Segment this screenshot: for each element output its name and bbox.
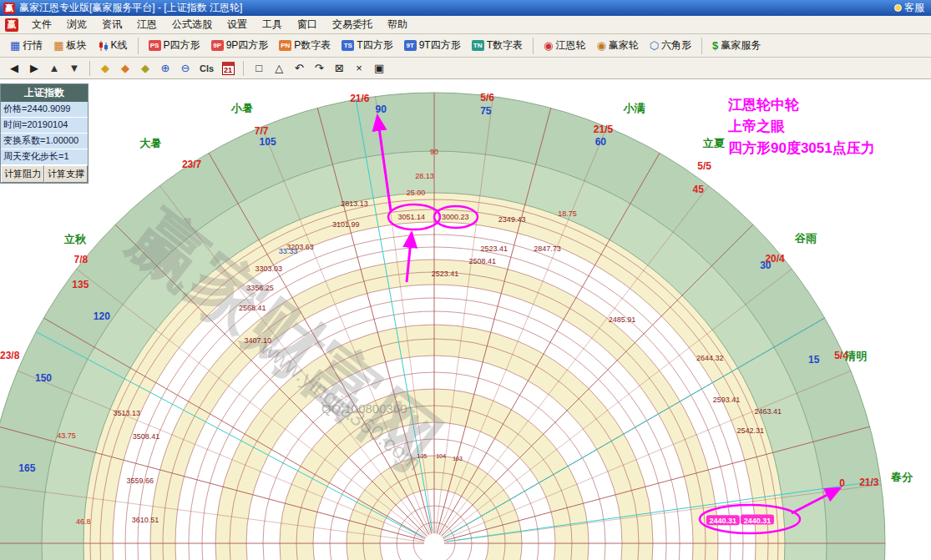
rotate-left-tool[interactable]: ↶ [290,60,308,77]
highlight-chip-value: 2440.31 [710,517,737,525]
gann-wheel-button[interactable]: ◉江恩轮 [539,36,590,55]
price-label: 2485.91 [609,315,636,324]
menu-item-浏览[interactable]: 浏览 [59,17,94,32]
diamond-orange-tool[interactable]: ◆ [116,60,134,77]
pointer-up-tool[interactable]: ▲ [45,60,63,77]
customer-service-link[interactable]: 客服 [894,1,924,15]
price-label: 3610.51 [132,516,159,524]
calc-support-button[interactable]: 计算支撑 [44,165,88,183]
forward-button[interactable]: ▶ [25,60,43,77]
angle-label: 135 [72,279,89,290]
sectors-button-label: 板块 [67,38,87,53]
menu-item-工具[interactable]: 工具 [255,17,290,32]
p-number-table-button[interactable]: PNP数字表 [274,36,336,55]
calendar-21-button[interactable]: 21 [219,60,237,77]
panel-row-0: 价格=2440.9099 [1,102,88,118]
diamond-olive-tool[interactable]: ◆ [136,60,154,77]
menu-item-文件[interactable]: 文件 [24,17,59,32]
highlight-chip-value: 2440.31 [744,517,772,525]
menu-item-江恩[interactable]: 江恩 [129,17,164,32]
drawbar-separator [89,61,90,76]
gann-wheel-button-icon: ◉ [544,40,553,51]
solar-term-label: 立夏 [702,137,726,149]
t-number-table-button-icon: TN [472,40,484,51]
clear-button[interactable]: Cls [196,60,217,77]
rotate-right-tool[interactable]: ↷ [310,60,328,77]
chart-area: 赢家财富网www.yingjia360.comQQ:1008003602813.… [0,79,931,560]
magenta-annotation: 江恩轮中轮 上帝之眼 四方形90度3051点压力 [728,94,875,159]
sectors-button-icon: ▦ [53,40,63,51]
zoom-in-button[interactable]: ⊕ [156,60,175,77]
back-button[interactable]: ◀ [5,60,23,77]
panel-buttons: 计算阻力计算支撑 [1,165,88,183]
solar-term-label: 谷雨 [794,232,817,245]
winner-wheel-button-label: 赢家轮 [609,38,639,53]
kline-button[interactable]: K线 [93,36,133,55]
9p-square-button[interactable]: 9P9P四方形 [206,36,274,55]
quotes-button[interactable]: ▦行情 [5,36,48,55]
inner-number-label: 104 [436,453,446,459]
menu-item-设置[interactable]: 设置 [220,17,255,32]
winner-service-button[interactable]: $赢家服务 [707,36,766,55]
t-square-button-label: T四方形 [357,38,392,53]
calc-resistance-button[interactable]: 计算阻力 [1,165,44,183]
p-square-button-icon: PS [149,40,161,51]
kline-button-label: K线 [111,38,128,53]
t-square-button-icon: TS [342,40,354,51]
menu-item-窗口[interactable]: 窗口 [290,17,325,32]
date-label: 5/5 [697,160,711,172]
rect-tool[interactable]: □ [250,60,268,77]
erase-tool[interactable]: × [350,60,368,77]
menu-item-资讯[interactable]: 资讯 [94,17,129,32]
drawbar-separator [243,61,244,76]
inner-number-label: 105 [417,453,427,459]
price-label: 3559.66 [127,477,154,485]
angle-label: 120 [94,310,110,322]
menu-item-帮助[interactable]: 帮助 [380,17,415,32]
price-label: 2523.41 [432,270,459,278]
menu-item-公式选股[interactable]: 公式选股 [164,17,220,32]
solar-term-label: 小暑 [230,102,253,114]
9t-square-button[interactable]: 9T9T四方形 [399,36,466,55]
brand-logo-icon: 赢 [5,18,18,32]
customer-service-label: 客服 [904,1,924,15]
toolbar-separator [533,38,534,54]
p-square-button[interactable]: PSP四方形 [144,36,205,55]
zoom-out-button[interactable]: ⊖ [176,60,195,77]
solar-term-label: 清明 [844,350,867,362]
hexagon-button[interactable]: ⬡六角形 [645,36,696,55]
t-number-table-button[interactable]: TNT数字表 [467,36,528,55]
triangle-tool[interactable]: △ [270,60,288,77]
t-square-button[interactable]: TST四方形 [336,36,397,55]
application-window: 赢 赢家江恩专业版[赢家服务平台] - [上证指数 江恩轮] 客服 赢 文件浏览… [0,0,931,560]
menu-item-交易委托[interactable]: 交易委托 [325,17,380,32]
date-label: 5/6 [480,92,494,103]
pointer-down-tool[interactable]: ▼ [65,60,83,77]
screen-tool[interactable]: ▣ [370,60,388,77]
delete-tool[interactable]: ⊠ [330,60,348,77]
angle-label: 150 [35,372,52,384]
quotes-button-icon: ▦ [10,40,20,51]
degree-label: 18.75 [558,209,577,218]
date-label: 21/3 [859,477,879,488]
customer-service-icon [894,4,902,12]
9p-square-button-icon: 9P [211,40,224,51]
price-label: 3000.23 [442,213,469,221]
date-label: 7/7 [255,125,269,137]
price-label: 3508.41 [133,432,160,441]
price-label: 2349.43 [498,215,526,224]
price-label: 2644.32 [696,354,724,362]
instrument-parameters: 价格=2440.9099时间=20190104变换系数=1.00000周天变化步… [1,102,88,165]
winner-wheel-button[interactable]: ◉赢家轮 [591,36,643,55]
date-label: 21/6 [350,93,370,104]
degree-label: 25.00 [407,189,426,197]
degree-label: 33.33 [279,247,298,255]
degree-label: 46.8 [76,517,91,526]
9t-square-button-icon: 9T [404,40,417,51]
menu-items: 文件浏览资讯江恩公式选股设置工具窗口交易委托帮助 [24,18,415,32]
sectors-button[interactable]: ▦板块 [48,36,91,55]
annotation-line-1: 江恩轮中轮 [728,94,875,116]
window-title: 赢家江恩专业版[赢家服务平台] - [上证指数 江恩轮] [19,1,242,15]
price-label: 2593.41 [713,396,741,404]
diamond-gold-tool[interactable]: ◆ [96,60,114,77]
